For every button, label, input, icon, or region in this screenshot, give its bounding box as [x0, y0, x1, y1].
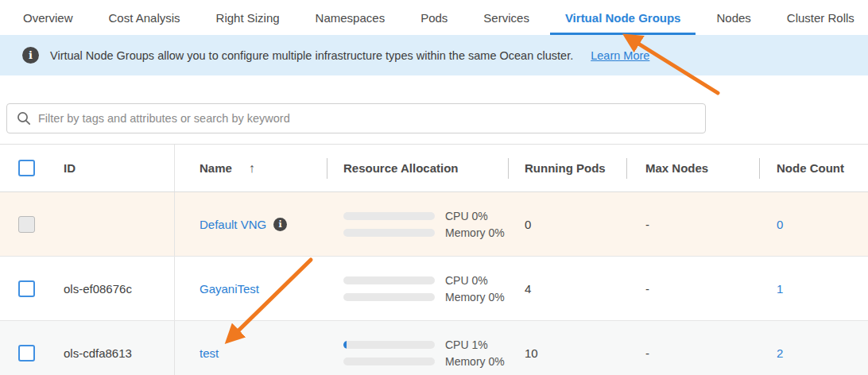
filter-search-box[interactable] — [6, 103, 706, 133]
search-input[interactable] — [38, 112, 696, 125]
table-row-gayanitest[interactable]: ols-ef08676c GayaniTest CPU 0% Memory 0%… — [0, 257, 868, 321]
vng-name-link[interactable]: test — [200, 346, 219, 360]
column-header-node-count[interactable]: Node Count — [759, 145, 868, 191]
cpu-usage-bar — [343, 212, 435, 220]
running-pods-value: 10 — [508, 346, 626, 360]
memory-usage-bar — [343, 229, 435, 237]
running-pods-value: 4 — [508, 282, 626, 296]
tab-cluster-rolls[interactable]: Cluster Rolls — [772, 0, 868, 35]
vng-info-icon[interactable]: i — [273, 218, 287, 231]
running-pods-value: 0 — [508, 218, 626, 231]
row-checkbox[interactable] — [18, 280, 35, 297]
memory-usage-bar — [343, 293, 435, 301]
tab-services[interactable]: Services — [468, 0, 544, 35]
info-icon: i — [22, 47, 39, 64]
tab-cost-analysis[interactable]: Cost Analysis — [94, 0, 196, 35]
max-nodes-value: - — [626, 346, 759, 360]
node-count-link[interactable]: 0 — [777, 218, 783, 231]
select-all-checkbox[interactable] — [18, 160, 35, 176]
tab-overview[interactable]: Overview — [8, 0, 88, 35]
max-nodes-value: - — [626, 218, 759, 231]
cpu-usage-label: CPU 1% — [445, 338, 488, 351]
node-count-link[interactable]: 1 — [777, 282, 783, 296]
banner-text: Virtual Node Groups allow you to configu… — [50, 49, 573, 62]
node-count-link[interactable]: 2 — [777, 346, 783, 360]
memory-usage-label: Memory 0% — [445, 226, 505, 239]
tab-nodes[interactable]: Nodes — [701, 0, 765, 35]
cpu-usage-bar — [343, 276, 435, 284]
column-header-resource-allocation[interactable]: Resource Allocation — [327, 145, 508, 191]
column-header-name-label: Name — [200, 161, 232, 175]
vng-table: ID Name ↑ Resource Allocation Running Po… — [0, 144, 868, 375]
tab-virtual-node-groups[interactable]: Virtual Node Groups — [550, 0, 696, 35]
column-header-id[interactable]: ID — [52, 145, 174, 191]
column-header-max-nodes[interactable]: Max Nodes — [626, 145, 759, 191]
memory-usage-label: Memory 0% — [445, 355, 505, 368]
vng-name-link[interactable]: Default VNG — [200, 218, 266, 231]
memory-usage-bar — [343, 358, 435, 365]
cpu-usage-label: CPU 0% — [445, 210, 488, 222]
cluster-tab-bar: Overview Cost Analysis Right Sizing Name… — [0, 0, 868, 35]
table-row-test[interactable]: ols-cdfa8613 test CPU 1% Memory 0% 10 - … — [0, 321, 868, 375]
table-row-default-vng[interactable]: Default VNG i CPU 0% Memory 0% 0 - 0 — [0, 192, 868, 257]
row-checkbox[interactable] — [18, 345, 35, 361]
column-header-running-pods[interactable]: Running Pods — [508, 145, 626, 191]
info-banner: i Virtual Node Groups allow you to confi… — [0, 35, 868, 75]
vng-id: ols-cdfa8613 — [52, 346, 174, 360]
vng-name-link[interactable]: GayaniTest — [200, 282, 259, 296]
cpu-usage-bar — [343, 341, 435, 349]
max-nodes-value: - — [626, 282, 759, 296]
row-checkbox-disabled — [18, 216, 35, 233]
tab-right-sizing[interactable]: Right Sizing — [201, 0, 295, 35]
virtual-node-groups-page: Overview Cost Analysis Right Sizing Name… — [0, 0, 868, 375]
vng-id: ols-ef08676c — [52, 282, 174, 296]
column-header-name[interactable]: Name ↑ — [174, 145, 327, 191]
memory-usage-label: Memory 0% — [445, 291, 505, 303]
table-header-row: ID Name ↑ Resource Allocation Running Po… — [0, 145, 868, 192]
search-icon — [17, 111, 31, 126]
tab-namespaces[interactable]: Namespaces — [300, 0, 401, 35]
cpu-usage-label: CPU 0% — [445, 274, 488, 287]
sort-ascending-icon[interactable]: ↑ — [249, 161, 255, 176]
learn-more-link[interactable]: Learn More — [591, 49, 649, 62]
tab-pods[interactable]: Pods — [405, 0, 463, 35]
